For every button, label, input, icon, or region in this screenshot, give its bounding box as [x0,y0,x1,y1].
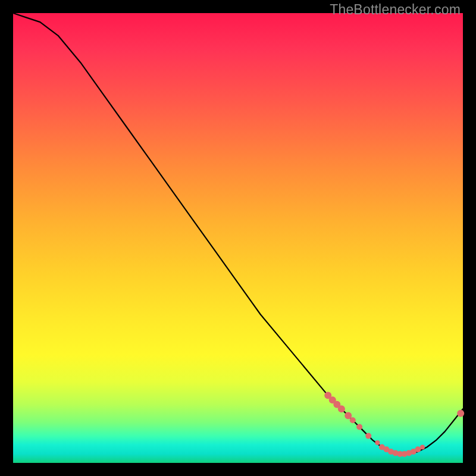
marker-dot [350,417,356,423]
chart-frame: TheBottlenecker.com [0,0,476,476]
marker-dot [457,410,464,417]
marker-dot [415,446,421,452]
marker-dot [338,405,345,412]
marker-dot [420,445,425,450]
curve-markers [324,392,464,457]
chart-curve-layer [13,13,463,463]
marker-dot [365,433,371,439]
marker-dot [375,440,380,445]
marker-dot [356,424,362,430]
curve-line [13,13,463,454]
